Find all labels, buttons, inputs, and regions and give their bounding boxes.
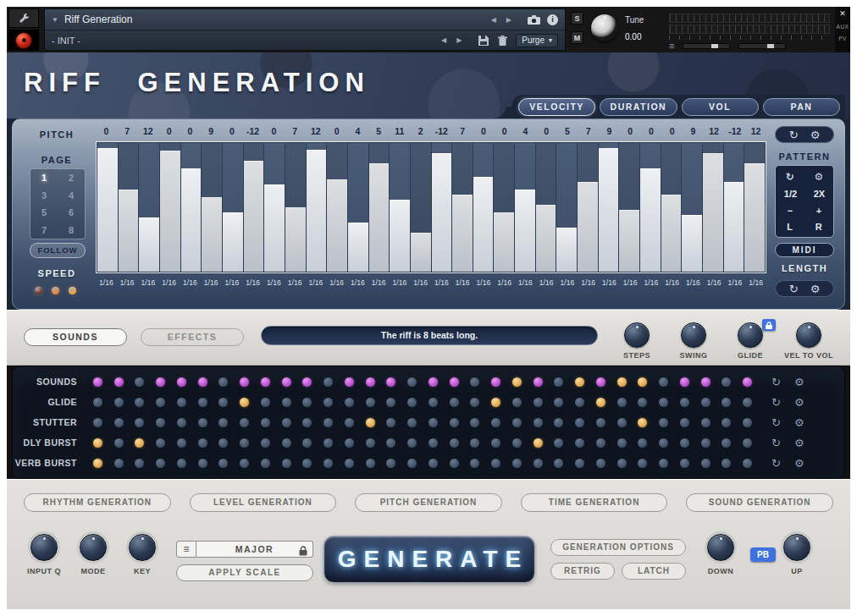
matrix-dot[interactable] [596, 418, 605, 427]
matrix-dot[interactable] [323, 459, 333, 468]
matrix-dot[interactable] [638, 459, 647, 468]
refresh-icon[interactable]: ↻ [789, 129, 799, 141]
velocity-bar[interactable] [390, 200, 410, 272]
page-number[interactable]: 2 [58, 169, 85, 187]
velocity-bar[interactable] [264, 184, 285, 272]
instrument-prev-icon[interactable]: ◀ [491, 16, 500, 24]
matrix-dot[interactable] [596, 398, 605, 407]
gear-icon[interactable]: ⚙ [814, 171, 823, 183]
step-cell[interactable] [264, 143, 285, 272]
matrix-dot[interactable] [617, 418, 627, 427]
pattern-half-button[interactable]: 1/2 [784, 189, 797, 199]
step-cell[interactable] [682, 143, 702, 272]
refresh-icon[interactable]: ↻ [789, 283, 799, 295]
matrix-dot[interactable] [659, 398, 668, 407]
step-duration[interactable]: 1/16 [494, 278, 515, 287]
matrix-dot[interactable] [218, 398, 228, 407]
matrix-dot[interactable] [680, 418, 689, 427]
step-cell[interactable] [640, 143, 661, 272]
rhythm-generation-button[interactable]: RHYTHM GENERATION [24, 493, 171, 512]
step-cell[interactable] [536, 143, 556, 272]
step-duration[interactable]: 1/16 [285, 278, 306, 287]
step-cell[interactable] [556, 143, 577, 272]
matrix-dot[interactable] [93, 398, 102, 407]
step-cell[interactable] [160, 143, 180, 272]
gear-icon[interactable]: ⚙ [794, 377, 804, 388]
speed-led[interactable] [69, 287, 76, 294]
matrix-dot[interactable] [491, 438, 500, 448]
matrix-dot[interactable] [722, 398, 731, 407]
instrument-name[interactable]: Riff Generation [64, 14, 133, 25]
matrix-dot[interactable] [240, 459, 249, 468]
swing-knob[interactable] [681, 322, 706, 348]
follow-button[interactable]: FOLLOW [30, 243, 86, 258]
matrix-dot[interactable] [366, 438, 375, 448]
pitch-value[interactable]: 0 [494, 126, 515, 136]
step-duration[interactable]: 1/16 [96, 278, 117, 287]
matrix-dot[interactable] [198, 377, 207, 387]
matrix-dot[interactable] [701, 459, 710, 468]
matrix-dot[interactable] [428, 459, 438, 468]
matrix-dot[interactable] [428, 377, 438, 387]
velocity-bar[interactable] [181, 168, 202, 272]
refresh-icon[interactable]: ↻ [771, 458, 781, 469]
matrix-dot[interactable] [491, 459, 500, 468]
matrix-dot[interactable] [218, 377, 228, 387]
page-number[interactable]: 5 [30, 204, 58, 222]
step-cell[interactable] [703, 143, 723, 272]
step-cell[interactable] [348, 143, 368, 272]
step-cell[interactable] [473, 143, 494, 272]
matrix-dot[interactable] [617, 398, 627, 407]
matrix-dot[interactable] [93, 418, 102, 427]
velocity-bar[interactable] [724, 182, 744, 272]
step-cell[interactable] [285, 143, 306, 272]
matrix-dot[interactable] [156, 438, 165, 448]
step-duration[interactable]: 1/16 [306, 278, 327, 287]
pitch-value[interactable]: 9 [201, 126, 222, 136]
step-duration[interactable]: 1/16 [704, 278, 725, 287]
matrix-dot[interactable] [554, 438, 563, 448]
step-duration[interactable]: 1/16 [180, 278, 201, 287]
step-cell[interactable] [390, 143, 410, 272]
matrix-dot[interactable] [659, 459, 668, 468]
matrix-dot[interactable] [135, 398, 144, 407]
pitch-value[interactable]: 7 [117, 126, 138, 136]
snapshot-camera-button[interactable] [527, 14, 540, 25]
velocity-bar[interactable] [432, 153, 452, 272]
matrix-dot[interactable] [534, 398, 543, 407]
matrix-dot[interactable] [114, 459, 124, 468]
matrix-dot[interactable] [428, 438, 438, 448]
velocity-bar[interactable] [411, 233, 431, 272]
velocity-bar[interactable] [556, 228, 577, 272]
matrix-dot[interactable] [450, 438, 459, 448]
step-duration[interactable]: 1/16 [326, 278, 347, 287]
step-cell[interactable] [244, 143, 264, 272]
velocity-bar[interactable] [494, 212, 514, 272]
matrix-dot[interactable] [302, 418, 312, 427]
matrix-dot[interactable] [638, 438, 647, 448]
pitch-value[interactable]: 5 [368, 126, 390, 136]
speed-led[interactable] [52, 287, 59, 294]
step-duration[interactable]: 1/16 [725, 278, 746, 287]
tab-vol[interactable]: VOL [682, 98, 759, 116]
glide-lock-button[interactable] [762, 319, 776, 331]
step-duration[interactable]: 1/16 [390, 278, 411, 287]
matrix-dot[interactable] [450, 459, 459, 468]
pitch-value[interactable]: 0 [96, 126, 117, 136]
pitch-value[interactable]: 7 [452, 126, 473, 136]
step-duration[interactable]: 1/16 [620, 278, 641, 287]
matrix-dot[interactable] [240, 438, 249, 448]
page-number[interactable]: 3 [30, 187, 58, 205]
velocity-bar[interactable] [348, 223, 368, 272]
matrix-dot[interactable] [386, 377, 395, 387]
step-duration[interactable]: 1/16 [683, 278, 704, 287]
gear-icon[interactable]: ⚙ [794, 437, 804, 448]
matrix-dot[interactable] [282, 459, 291, 468]
velocity-bar[interactable] [202, 197, 222, 272]
matrix-dot[interactable] [554, 418, 563, 427]
step-cell[interactable] [181, 143, 202, 272]
refresh-icon[interactable]: ↻ [771, 437, 781, 448]
matrix-dot[interactable] [701, 377, 710, 387]
matrix-dot[interactable] [638, 377, 647, 387]
pitch-value[interactable]: 12 [704, 126, 725, 136]
